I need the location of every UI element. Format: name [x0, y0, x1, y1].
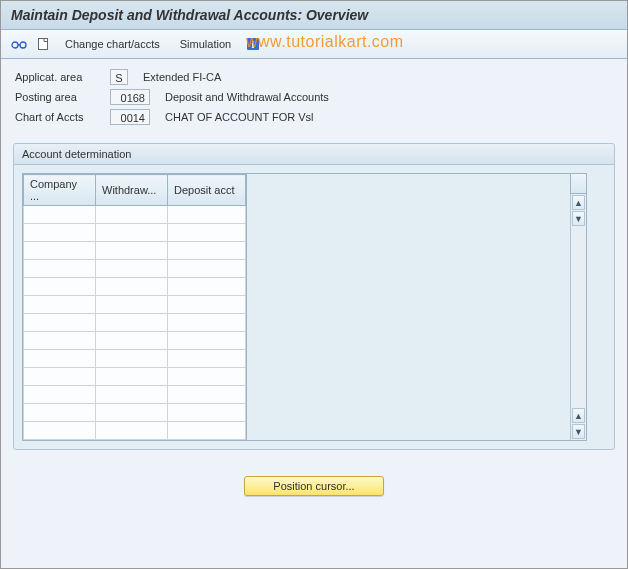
table-cell[interactable]	[96, 386, 168, 404]
table-row[interactable]	[24, 242, 246, 260]
table-row[interactable]	[24, 278, 246, 296]
posting-area-field[interactable]: 0168	[110, 89, 150, 105]
posting-area-label: Posting area	[15, 91, 110, 103]
table-cell[interactable]	[96, 332, 168, 350]
table-cell[interactable]	[96, 422, 168, 440]
account-determination-panel: Account determination Company ... Withdr…	[13, 143, 615, 450]
table-cell[interactable]	[96, 206, 168, 224]
scroll-up-icon[interactable]: ▲	[572, 195, 585, 210]
table-cell[interactable]	[24, 386, 96, 404]
watermark-text: www.tutorialkart.com	[246, 33, 404, 51]
simulation-button[interactable]: Simulation	[172, 36, 239, 52]
table-cell[interactable]	[24, 404, 96, 422]
table-row[interactable]	[24, 260, 246, 278]
table-cell[interactable]	[24, 332, 96, 350]
table-cell[interactable]	[24, 422, 96, 440]
table-row[interactable]	[24, 224, 246, 242]
table-row[interactable]	[24, 386, 246, 404]
table-cell[interactable]	[24, 224, 96, 242]
svg-text:i: i	[252, 39, 255, 50]
table-cell[interactable]	[168, 314, 246, 332]
scroll-up2-icon[interactable]: ▲	[572, 408, 585, 423]
chart-of-accts-field[interactable]: 0014	[110, 109, 150, 125]
vertical-scrollbar[interactable]: ▲ ▼ ▲ ▼	[570, 194, 586, 440]
applicat-area-label: Applicat. area	[15, 71, 110, 83]
info-icon[interactable]: i	[243, 34, 263, 54]
table-cell[interactable]	[168, 278, 246, 296]
table-row[interactable]	[24, 368, 246, 386]
table-cell[interactable]	[168, 386, 246, 404]
table-cell[interactable]	[168, 296, 246, 314]
column-header-company[interactable]: Company ...	[24, 175, 96, 206]
panel-title: Account determination	[14, 144, 614, 165]
chart-of-accts-desc: CHAT OF ACCOUNT FOR Vsl	[165, 111, 314, 123]
new-page-icon[interactable]	[33, 34, 53, 54]
table-cell[interactable]	[168, 404, 246, 422]
table-cell[interactable]	[96, 350, 168, 368]
footer: Position cursor...	[1, 458, 627, 506]
table-cell[interactable]	[96, 278, 168, 296]
form-area: Applicat. area S Extended FI-CA Posting …	[1, 59, 627, 135]
table-row[interactable]	[24, 404, 246, 422]
window-title: Maintain Deposit and Withdrawal Accounts…	[1, 1, 627, 30]
table-cell[interactable]	[168, 368, 246, 386]
table-row[interactable]	[24, 332, 246, 350]
applicat-area-field[interactable]: S	[110, 69, 128, 85]
svg-rect-2	[39, 39, 48, 50]
position-cursor-button[interactable]: Position cursor...	[244, 476, 383, 496]
table-row[interactable]	[24, 296, 246, 314]
table-cell[interactable]	[96, 224, 168, 242]
scroll-down-icon[interactable]: ▼	[572, 211, 585, 226]
table-cell[interactable]	[96, 314, 168, 332]
posting-area-desc: Deposit and Withdrawal Accounts	[165, 91, 329, 103]
table-cell[interactable]	[24, 242, 96, 260]
applicat-area-desc: Extended FI-CA	[143, 71, 221, 83]
toolbar: Change chart/accts Simulation i www.tuto…	[1, 30, 627, 59]
account-table[interactable]: Company ... Withdraw... Deposit acct	[22, 173, 247, 441]
scroll-corner	[570, 174, 586, 194]
table-cell[interactable]	[96, 404, 168, 422]
table-row[interactable]	[24, 314, 246, 332]
column-header-withdraw[interactable]: Withdraw...	[96, 175, 168, 206]
table-cell[interactable]	[96, 260, 168, 278]
table-cell[interactable]	[96, 242, 168, 260]
table-cell[interactable]	[168, 422, 246, 440]
svg-point-0	[12, 42, 18, 48]
table-cell[interactable]	[24, 314, 96, 332]
scroll-down2-icon[interactable]: ▼	[572, 424, 585, 439]
glasses-icon[interactable]	[9, 34, 29, 54]
table-row[interactable]	[24, 350, 246, 368]
table-cell[interactable]	[168, 224, 246, 242]
table-cell[interactable]	[24, 296, 96, 314]
table-cell[interactable]	[96, 296, 168, 314]
table-cell[interactable]	[168, 260, 246, 278]
chart-of-accts-label: Chart of Accts	[15, 111, 110, 123]
table-cell[interactable]	[168, 242, 246, 260]
change-chart-accts-button[interactable]: Change chart/accts	[57, 36, 168, 52]
svg-point-1	[20, 42, 26, 48]
table-cell[interactable]	[168, 206, 246, 224]
table-empty-area: ▲ ▼ ▲ ▼	[247, 173, 587, 441]
table-cell[interactable]	[96, 368, 168, 386]
table-row[interactable]	[24, 422, 246, 440]
table-cell[interactable]	[168, 350, 246, 368]
column-header-deposit[interactable]: Deposit acct	[168, 175, 246, 206]
table-cell[interactable]	[24, 260, 96, 278]
table-cell[interactable]	[24, 278, 96, 296]
table-cell[interactable]	[24, 206, 96, 224]
table-row[interactable]	[24, 206, 246, 224]
table-cell[interactable]	[24, 368, 96, 386]
table-cell[interactable]	[24, 350, 96, 368]
table-cell[interactable]	[168, 332, 246, 350]
